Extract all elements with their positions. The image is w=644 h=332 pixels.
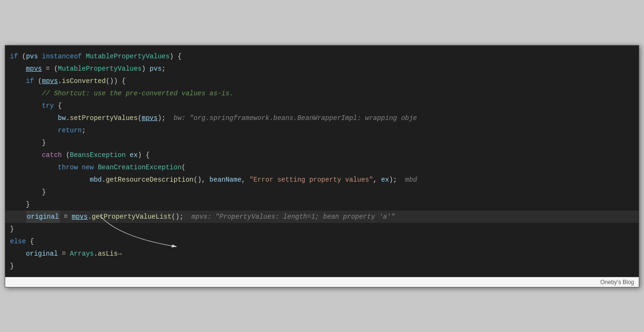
code-line-3: if ( mpvs . isConverted ()) { <box>5 75 639 87</box>
code-line-4: // Shortcut: use the pre-converted value… <box>5 87 639 100</box>
bottom-bar: Oneby's Blog <box>5 277 639 287</box>
main-window: if ( pvs instanceof MutablePropertyValue… <box>5 45 639 287</box>
code-line-1: if ( pvs instanceof MutablePropertyValue… <box>5 50 639 63</box>
code-line-14: original = mpvs . getPropertyValueList (… <box>5 211 639 223</box>
code-line-2: mpvs = ( MutablePropertyValues ) pvs ; <box>5 63 639 75</box>
code-line-12: } <box>5 186 639 198</box>
blog-label: Oneby's Blog <box>600 279 634 286</box>
code-line-10: throw new BeanCreationException ( <box>5 161 639 174</box>
code-line-17: original = Arrays . asLis → <box>5 248 639 260</box>
code-line-16: else { <box>5 235 639 248</box>
code-line-8: } <box>5 137 639 149</box>
code-line-7: return ; <box>5 124 639 137</box>
code-editor: if ( pvs instanceof MutablePropertyValue… <box>5 46 639 277</box>
variable-original: original <box>26 211 60 223</box>
keyword-if: if <box>10 50 18 63</box>
code-line-5: try { <box>5 100 639 112</box>
code-line-11: mbd . getResourceDescription (), beanNam… <box>5 174 639 186</box>
code-line-13: } <box>5 198 639 211</box>
code-line-18: } <box>5 260 639 272</box>
code-line-6: bw . setPropertyValues ( mpvs ); bw: "or… <box>5 112 639 124</box>
code-line-9: catch ( BeansException ex ) { <box>5 149 639 161</box>
code-line-15: } <box>5 223 639 235</box>
